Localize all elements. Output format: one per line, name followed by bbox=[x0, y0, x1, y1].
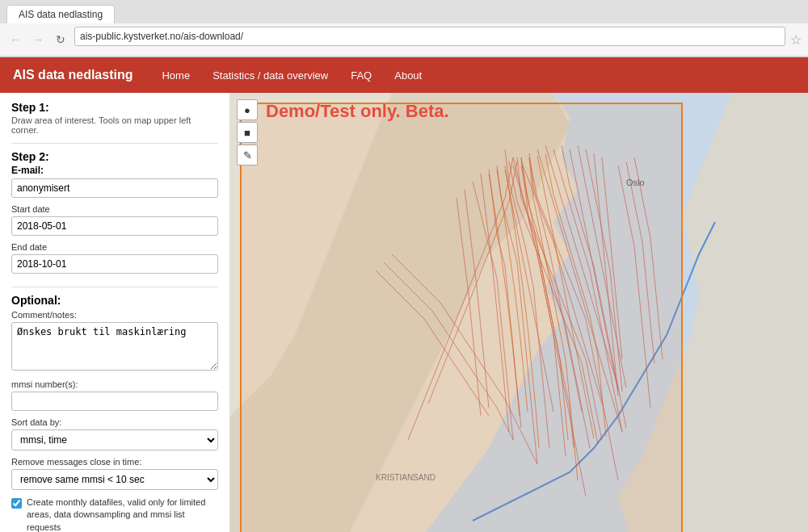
step2-title: Step 2: bbox=[11, 150, 218, 163]
comment-label: Comment/notes: bbox=[11, 310, 218, 320]
sort-select[interactable]: mmsi, time time mmsi bbox=[11, 429, 218, 450]
step1-description: Draw area of interest. Tools on map uppe… bbox=[11, 115, 218, 135]
email-input[interactable] bbox=[11, 178, 218, 198]
browser-toolbar: ← → ↻ ☆ bbox=[0, 23, 808, 57]
back-button[interactable]: ← bbox=[6, 31, 24, 48]
selection-box bbox=[240, 103, 683, 532]
browser-chrome: AIS data nedlasting ← → ↻ ☆ bbox=[0, 0, 808, 57]
sort-label: Sort data by: bbox=[11, 417, 218, 427]
start-date-label: Start date bbox=[11, 204, 218, 214]
start-date-input[interactable] bbox=[11, 216, 218, 236]
left-panel: Step 1: Draw area of interest. Tools on … bbox=[0, 93, 230, 532]
map-controls: ● ■ ✎ bbox=[237, 99, 258, 165]
browser-tab: AIS data nedlasting bbox=[6, 5, 115, 23]
edit-shapes-button[interactable]: ✎ bbox=[237, 145, 258, 165]
bookmark-icon: ☆ bbox=[790, 32, 802, 48]
monthly-checkbox-row: Create monthly datafiles, valid only for… bbox=[11, 496, 218, 532]
app-header: AIS data nedlasting Home Statistics / da… bbox=[0, 57, 808, 93]
step2-section: Step 2: E-mail: Start date End date bbox=[11, 150, 218, 280]
forward-button[interactable]: → bbox=[29, 31, 47, 48]
nav-about[interactable]: About bbox=[385, 65, 431, 86]
remove-select[interactable]: remove same mmsi < 10 sec no removal rem… bbox=[11, 469, 218, 490]
email-label: E-mail: bbox=[11, 165, 218, 176]
mmsi-label: mmsi number(s): bbox=[11, 379, 218, 389]
reload-button[interactable]: ↻ bbox=[52, 31, 69, 48]
map-area[interactable]: Oslo KRISTIANSAND Demo/Test only. Beta. … bbox=[230, 93, 808, 532]
nav-faq[interactable]: FAQ bbox=[341, 65, 381, 86]
divider-1 bbox=[11, 143, 218, 144]
monthly-label: Create monthly datafiles, valid only for… bbox=[27, 496, 218, 532]
draw-circle-button[interactable]: ● bbox=[237, 99, 258, 120]
mmsi-input[interactable] bbox=[11, 392, 218, 411]
address-bar[interactable] bbox=[74, 27, 785, 46]
step1-title: Step 1: bbox=[11, 101, 218, 114]
main-layout: Step 1: Draw area of interest. Tools on … bbox=[0, 93, 808, 532]
nav-home[interactable]: Home bbox=[152, 65, 200, 86]
draw-square-button[interactable]: ■ bbox=[237, 122, 258, 143]
optional-title: Optional: bbox=[11, 294, 218, 307]
step1-section: Step 1: Draw area of interest. Tools on … bbox=[11, 101, 218, 135]
nav-statistics[interactable]: Statistics / data overview bbox=[203, 65, 338, 86]
browser-tabs: AIS data nedlasting bbox=[0, 0, 808, 23]
end-date-input[interactable] bbox=[11, 254, 218, 274]
main-nav: Home Statistics / data overview FAQ Abou… bbox=[152, 65, 431, 86]
end-date-label: End date bbox=[11, 242, 218, 252]
monthly-checkbox[interactable] bbox=[11, 498, 22, 509]
optional-section: Optional: Comment/notes: Ønskes brukt ti… bbox=[11, 294, 218, 532]
comment-input[interactable]: Ønskes brukt til maskinlæring bbox=[11, 322, 218, 371]
app-title: AIS data nedlasting bbox=[13, 68, 133, 82]
remove-label: Remove messages close in time: bbox=[11, 457, 218, 467]
divider-2 bbox=[11, 287, 218, 287]
